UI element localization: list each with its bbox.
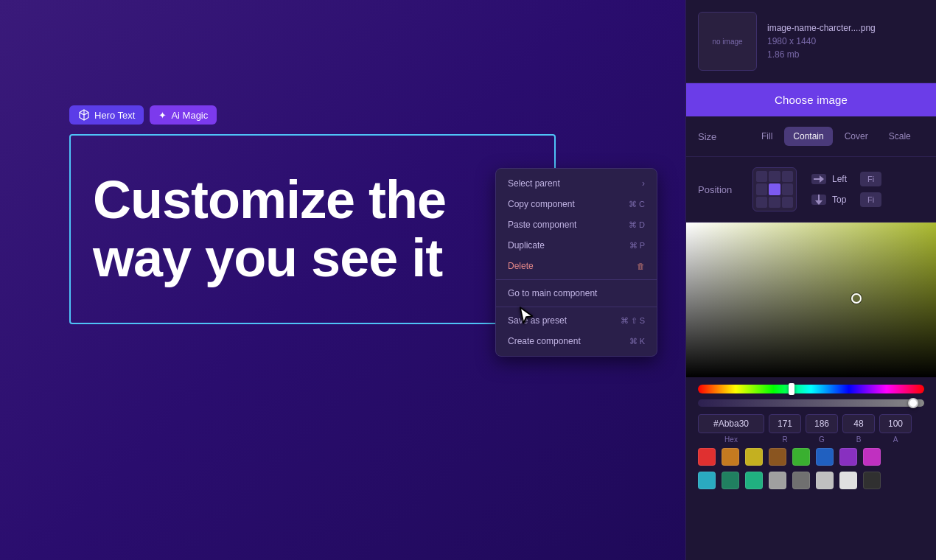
pos-cell-mr[interactable] — [782, 183, 793, 195]
g-label: G — [819, 435, 825, 444]
b-input[interactable] — [842, 414, 875, 433]
hex-group: Hex — [698, 414, 764, 444]
ctx-delete-label: Delete — [508, 261, 534, 271]
ctx-duplicate-label: Duplicate — [508, 240, 545, 251]
hero-line2: way you see it — [93, 228, 442, 287]
hue-bar[interactable] — [698, 385, 924, 393]
ctx-duplicate[interactable]: Duplicate ⌘ P — [496, 235, 657, 256]
pos-cell-tc[interactable] — [769, 171, 780, 182]
size-buttons: Fill Contain Cover Scale — [752, 127, 920, 146]
ai-magic-label[interactable]: ✦ Ai Magic — [150, 105, 217, 125]
ai-magic-label-text: Ai Magic — [171, 110, 208, 121]
pos-top-icon — [811, 195, 826, 205]
ctx-save-preset[interactable]: Save as preset ⌘ ⇧ S — [496, 310, 657, 331]
pos-row-left: Left Fi — [811, 172, 881, 186]
ctx-create-shortcut: ⌘ K — [629, 337, 645, 346]
color-picker-area: Hex R G B A — [686, 223, 936, 560]
ctx-select-parent-label: Select parent — [508, 178, 560, 189]
hero-text-label-text: Hero Text — [94, 110, 135, 121]
size-fill-btn[interactable]: Fill — [752, 127, 781, 146]
ctx-create-component[interactable]: Create component ⌘ K — [496, 331, 657, 351]
ctx-copy-label: Copy component — [508, 199, 575, 209]
swatch-black[interactable] — [863, 472, 881, 489]
size-contain-btn[interactable]: Contain — [784, 127, 832, 146]
context-menu: Select parent › Copy component ⌘ C Paste… — [495, 168, 657, 357]
pos-fill-top-btn[interactable]: Fi — [860, 192, 881, 207]
pos-cell-br[interactable] — [782, 197, 793, 208]
ctx-paste-component[interactable]: Paste component ⌘ D — [496, 214, 657, 235]
g-group: G — [806, 414, 838, 444]
a-group: A — [879, 414, 912, 444]
a-input[interactable] — [879, 414, 912, 433]
swatch-white[interactable] — [839, 472, 857, 489]
color-values-row: Hex R G B A — [686, 407, 936, 448]
pos-left-icon — [811, 174, 826, 184]
pos-top-label: Top — [832, 195, 854, 205]
swatch-teal[interactable] — [722, 472, 739, 489]
pos-cell-ml[interactable] — [756, 183, 767, 195]
ctx-copy-component[interactable]: Copy component ⌘ C — [496, 194, 657, 214]
swatch-green[interactable] — [792, 448, 810, 466]
pos-cell-tr[interactable] — [782, 171, 793, 182]
hero-line1: Customize the — [93, 170, 446, 229]
opacity-bar[interactable] — [698, 399, 924, 407]
swatch-orange[interactable] — [722, 448, 739, 466]
ctx-paste-shortcut: ⌘ D — [629, 220, 645, 230]
pos-left-label: Left — [832, 174, 854, 184]
swatch-gray-dark[interactable] — [792, 472, 810, 489]
ctx-go-to-main[interactable]: Go to main component — [496, 283, 657, 304]
position-label: Position — [698, 184, 745, 195]
color-gradient-box[interactable] — [686, 223, 936, 377]
g-input[interactable] — [806, 414, 838, 433]
no-image-label: no image — [712, 38, 742, 46]
ctx-save-shortcut: ⌘ ⇧ S — [621, 316, 645, 326]
choose-image-button[interactable]: Choose image — [686, 83, 936, 116]
ctx-delete[interactable]: Delete 🗑 — [496, 256, 657, 276]
hex-input[interactable] — [698, 414, 764, 433]
ctx-delete-icon: 🗑 — [637, 262, 645, 270]
swatch-blue[interactable] — [816, 448, 834, 466]
swatches-row-1 — [686, 448, 936, 472]
position-grid — [752, 167, 797, 211]
swatch-magenta[interactable] — [863, 448, 881, 466]
swatch-gray-mid[interactable] — [769, 472, 786, 489]
svg-marker-1 — [820, 175, 824, 183]
position-section: Position Left Fi To — [686, 157, 936, 223]
position-controls: Left Fi Top Fi — [811, 172, 881, 207]
r-input[interactable] — [769, 414, 801, 433]
hue-bar-container — [686, 385, 936, 407]
swatch-mint[interactable] — [745, 472, 763, 489]
ctx-duplicate-shortcut: ⌘ P — [629, 241, 645, 251]
size-cover-btn[interactable]: Cover — [836, 127, 877, 146]
ai-icon: ✦ — [158, 110, 167, 121]
swatch-yellow[interactable] — [745, 448, 763, 466]
swatch-purple[interactable] — [839, 448, 857, 466]
swatch-gray-light[interactable] — [816, 472, 834, 489]
opacity-indicator — [908, 398, 918, 408]
hero-text-box[interactable]: Customize the way you see it — [69, 134, 556, 324]
color-picker-indicator[interactable] — [851, 293, 862, 304]
cube-icon — [78, 109, 90, 121]
pos-cell-bl[interactable] — [756, 197, 767, 208]
ctx-divider-2 — [496, 307, 657, 307]
hero-text-label[interactable]: Hero Text — [69, 105, 144, 125]
image-info-section: no image image-name-charcter....png 1980… — [686, 0, 936, 83]
swatch-red[interactable] — [698, 448, 716, 466]
pos-fill-left-btn[interactable]: Fi — [860, 172, 881, 186]
pos-cell-mc[interactable] — [769, 183, 780, 195]
swatch-cyan[interactable] — [698, 472, 716, 489]
hue-indicator — [789, 383, 794, 395]
hero-text-content: Customize the way you see it — [93, 171, 446, 287]
ctx-goto-label: Go to main component — [508, 288, 597, 298]
a-label: A — [893, 435, 898, 444]
ctx-select-parent-arrow: › — [642, 178, 645, 189]
r-group: R — [769, 414, 801, 444]
pos-cell-tl[interactable] — [756, 171, 767, 182]
component-label-bar: Hero Text ✦ Ai Magic — [69, 105, 217, 125]
swatch-brown[interactable] — [769, 448, 786, 466]
image-meta: image-name-charcter....png 1980 x 1440 1… — [767, 23, 876, 60]
ctx-select-parent[interactable]: Select parent › — [496, 173, 657, 194]
size-scale-btn[interactable]: Scale — [880, 127, 920, 146]
image-filename: image-name-charcter....png — [767, 23, 876, 33]
pos-cell-bc[interactable] — [769, 197, 780, 208]
